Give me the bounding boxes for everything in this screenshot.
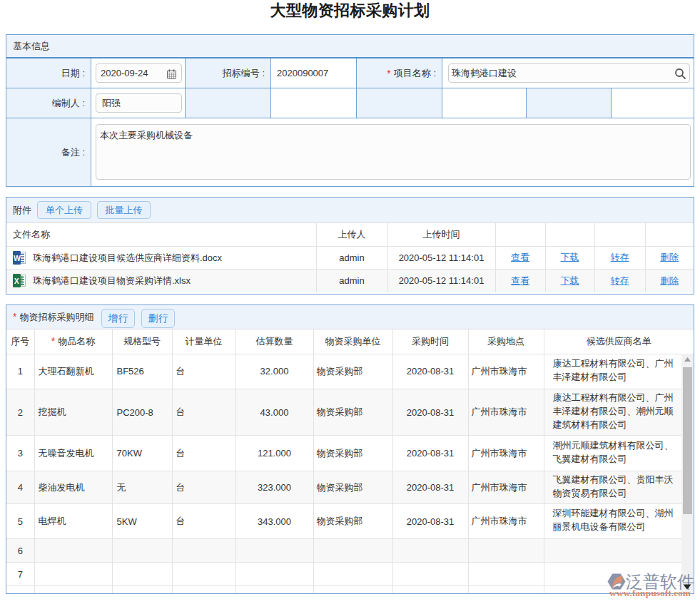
svg-text:W: W xyxy=(14,253,21,262)
svg-text:X: X xyxy=(14,277,19,285)
